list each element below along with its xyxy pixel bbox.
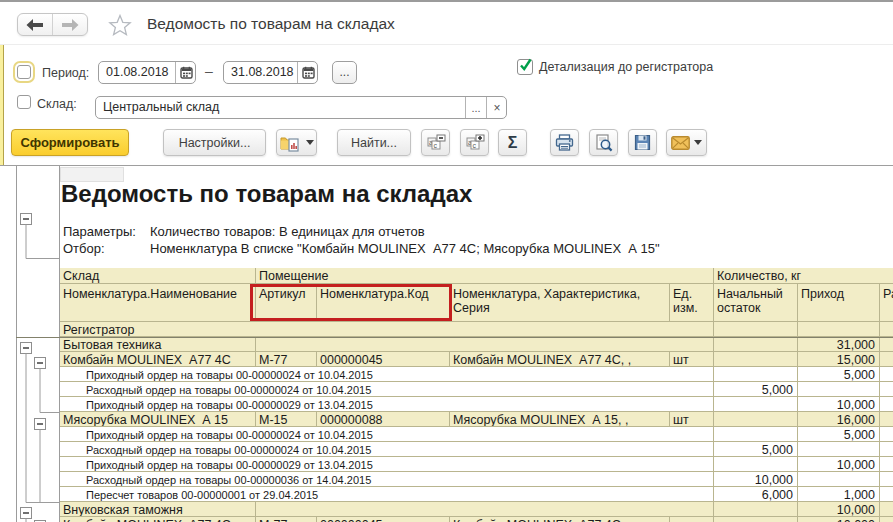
report-cell[interactable]: Приходный ордер на товары 00-00000029 от… bbox=[60, 397, 714, 412]
report-cell[interactable]: 16,000 bbox=[798, 412, 880, 427]
report-cell[interactable]: 000000045 bbox=[317, 517, 450, 522]
save-button[interactable] bbox=[628, 129, 657, 156]
collapse-groups-button[interactable]: а с bbox=[421, 129, 450, 156]
report-cell[interactable] bbox=[880, 472, 893, 487]
warehouse-field[interactable]: Центральный склад ... × bbox=[95, 96, 507, 119]
report-cell[interactable]: 10,000 bbox=[798, 517, 880, 522]
report-cell[interactable] bbox=[880, 487, 893, 502]
report-cell[interactable] bbox=[714, 517, 798, 522]
report-cell[interactable]: Ед. изм. bbox=[670, 284, 714, 322]
report-cell[interactable] bbox=[256, 502, 714, 517]
report-cell[interactable]: шт bbox=[670, 517, 714, 522]
report-cell[interactable] bbox=[798, 322, 880, 337]
collapse-group-1-2-button[interactable] bbox=[35, 419, 46, 430]
mail-button[interactable] bbox=[666, 129, 707, 156]
report-cell[interactable]: Комбайн MOULINEX А77 4С, , bbox=[450, 517, 670, 522]
report-cell[interactable] bbox=[880, 412, 893, 427]
sum-button[interactable]: Σ bbox=[498, 129, 527, 156]
report-cell[interactable]: Приходный ордер на товары 00-00000024 от… bbox=[60, 427, 714, 442]
report-cell[interactable]: 10,000 bbox=[798, 397, 880, 412]
report-cell[interactable]: 5,000 bbox=[798, 367, 880, 382]
report-cell[interactable] bbox=[798, 442, 880, 457]
report-cell[interactable] bbox=[880, 352, 893, 367]
warehouse-checkbox[interactable] bbox=[17, 95, 31, 109]
report-cell[interactable]: Номенклатура.Наименование bbox=[60, 284, 256, 322]
report-cell[interactable]: Приход bbox=[798, 284, 880, 322]
report-cell[interactable]: Склад bbox=[60, 268, 256, 284]
report-cell[interactable]: 000000045 bbox=[317, 352, 450, 367]
report-cell[interactable] bbox=[880, 442, 893, 457]
report-cell[interactable] bbox=[798, 472, 880, 487]
report-cell[interactable]: шт bbox=[670, 352, 714, 367]
report-cell[interactable]: Начальный остаток bbox=[714, 284, 798, 322]
report-cell[interactable]: М-77 bbox=[256, 517, 317, 522]
period-to-calendar-button[interactable] bbox=[297, 62, 318, 83]
report-cell[interactable] bbox=[880, 427, 893, 442]
report-cell[interactable] bbox=[714, 457, 798, 472]
report-cell[interactable]: Регистратор bbox=[60, 322, 714, 337]
report-cell[interactable]: Внуковская таможня bbox=[60, 502, 256, 517]
warehouse-more-button[interactable]: ... bbox=[465, 97, 486, 118]
report-cell[interactable]: Пересчет товаров 00-00000001 от 29.04.20… bbox=[60, 487, 714, 502]
report-cell[interactable]: 5,000 bbox=[798, 427, 880, 442]
report-cell[interactable] bbox=[880, 382, 893, 397]
report-cell[interactable]: М-15 bbox=[256, 412, 317, 427]
forward-button[interactable] bbox=[53, 14, 87, 35]
report-cell[interactable]: Помещение bbox=[256, 268, 714, 284]
report-cell[interactable]: Расходный ордер на товары 00-00000024 от… bbox=[60, 382, 714, 397]
report-cell[interactable] bbox=[714, 322, 798, 337]
period-from-calendar-button[interactable] bbox=[175, 62, 196, 83]
report-cell[interactable]: 000000088 bbox=[317, 412, 450, 427]
warehouse-clear-button[interactable]: × bbox=[486, 97, 507, 118]
expand-groups-button[interactable]: а с bbox=[460, 129, 489, 156]
collapse-group-1-1-button[interactable] bbox=[35, 358, 46, 369]
report-cell[interactable]: Комбайн MOULINEX А77 4С bbox=[60, 517, 256, 522]
report-cell[interactable]: 31,000 bbox=[798, 337, 880, 352]
report-cell[interactable]: Приходный ордер на товары 00-00000024 от… bbox=[60, 367, 714, 382]
report-cell[interactable]: Количество, кг bbox=[714, 268, 893, 284]
report-cell[interactable]: 10,000 bbox=[798, 457, 880, 472]
report-cell[interactable]: Комбайн MOULINEX А77 4С, , bbox=[450, 352, 670, 367]
report-cell[interactable]: Комбайн MOULINEX А77 4С bbox=[60, 352, 256, 367]
period-checkbox[interactable] bbox=[17, 65, 31, 79]
report-cell[interactable] bbox=[880, 517, 893, 522]
print-preview-button[interactable] bbox=[589, 129, 618, 156]
report-cell[interactable] bbox=[714, 352, 798, 367]
report-cell[interactable] bbox=[256, 337, 714, 352]
print-button[interactable] bbox=[550, 129, 579, 156]
report-cell[interactable]: Расход bbox=[880, 284, 893, 322]
report-cell[interactable] bbox=[880, 337, 893, 352]
report-cell[interactable] bbox=[714, 367, 798, 382]
report-cell[interactable]: Бытовая техника bbox=[60, 337, 256, 352]
report-cell[interactable] bbox=[880, 367, 893, 382]
period-to-field[interactable]: 31.08.2018 bbox=[223, 61, 318, 84]
report-cell[interactable] bbox=[714, 502, 798, 517]
collapse-group-1-button[interactable] bbox=[21, 343, 32, 354]
report-variants-button[interactable] bbox=[276, 129, 317, 156]
collapse-header-group-button[interactable] bbox=[21, 214, 32, 225]
report-cell[interactable] bbox=[714, 397, 798, 412]
report-cell[interactable]: 6,000 bbox=[714, 487, 798, 502]
back-button[interactable] bbox=[18, 14, 53, 35]
report-cell[interactable] bbox=[880, 457, 893, 472]
report-cell[interactable]: Мясорубка MOULINEX А 15 bbox=[60, 412, 256, 427]
report-cell[interactable]: шт bbox=[670, 412, 714, 427]
report-cell[interactable] bbox=[880, 397, 893, 412]
report-cell[interactable]: 10,000 bbox=[798, 502, 880, 517]
report-cell[interactable] bbox=[714, 412, 798, 427]
report-cell[interactable]: 10,000 bbox=[714, 472, 798, 487]
report-cell[interactable]: 1,000 bbox=[798, 487, 880, 502]
report-cell[interactable] bbox=[714, 337, 798, 352]
report-cell[interactable] bbox=[798, 382, 880, 397]
find-button[interactable]: Найти... bbox=[337, 129, 411, 156]
report-cell[interactable]: Номенклатура, Характеристика, Серия bbox=[450, 284, 670, 322]
report-cell[interactable] bbox=[880, 322, 893, 337]
generate-button[interactable]: Сформировать bbox=[11, 129, 129, 156]
period-more-button[interactable]: ... bbox=[332, 61, 357, 84]
collapse-group-2-button[interactable] bbox=[21, 508, 32, 519]
favorite-star-icon[interactable] bbox=[108, 14, 132, 36]
report-cell[interactable]: Приходный ордер на товары 00-00000029 от… bbox=[60, 457, 714, 472]
report-cell[interactable]: 5,000 bbox=[714, 382, 798, 397]
report-cell[interactable] bbox=[714, 427, 798, 442]
report-cell[interactable]: 15,000 bbox=[798, 352, 880, 367]
